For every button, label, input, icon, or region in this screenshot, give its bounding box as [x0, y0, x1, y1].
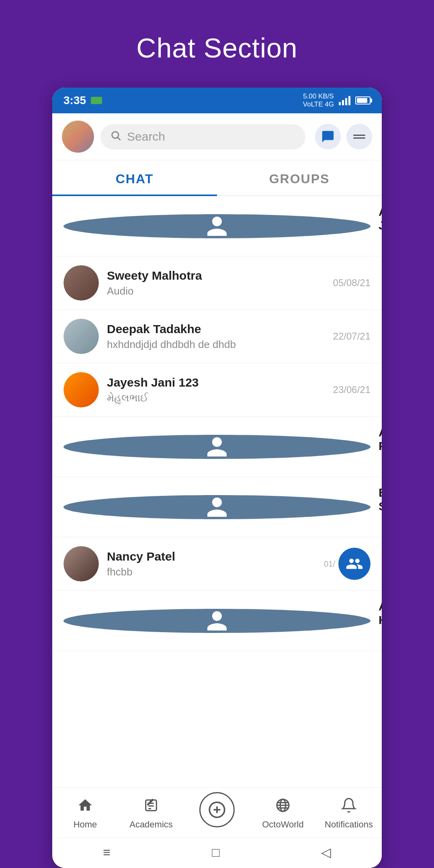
status-bar: 3:35 5.00 KB/S VoLTE 4G: [52, 88, 382, 113]
chat-avatar: [63, 372, 99, 407]
nav-academics-label: Academics: [129, 819, 173, 830]
chat-date: 22/07/21: [333, 331, 371, 342]
chat-bubble-button[interactable]: [315, 124, 341, 149]
bottom-nav: Home Academics: [52, 787, 382, 838]
phone-frame: 3:35 5.00 KB/S VoLTE 4G: [52, 88, 382, 868]
svg-point-0: [112, 131, 119, 138]
nav-home[interactable]: Home: [52, 794, 118, 833]
chat-item[interactable]: Nancy Patel fhcbb 01/: [52, 537, 382, 591]
chat-info: Sweety Malhotra Audio: [107, 269, 325, 297]
chat-avatar: [63, 214, 371, 238]
chat-date: 01/: [324, 559, 335, 569]
nav-octoworld-label: OctoWorld: [262, 819, 304, 830]
bell-icon: [341, 797, 357, 817]
signal-bars: [339, 96, 350, 105]
academics-icon: [143, 797, 159, 817]
group-fab-button[interactable]: [338, 548, 371, 580]
android-home-button[interactable]: □: [212, 845, 219, 860]
chat-item[interactable]: Arjun Kumar Image: [52, 591, 382, 651]
chat-date: 05/08/21: [333, 277, 371, 289]
chat-name: Nancy Patel: [107, 550, 316, 563]
tab-bar: CHAT GROUPS: [52, 160, 382, 196]
chat-preview: hxhdndjdjd dhdbdh de dhdb: [107, 338, 325, 351]
chat-name: Deepak Tadakhe: [107, 322, 325, 336]
chat-preview: Audio: [107, 285, 325, 297]
chat-name: Sweety Malhotra: [107, 269, 325, 283]
chat-avatar: [63, 546, 99, 581]
chat-avatar: [63, 495, 371, 519]
home-icon: [77, 797, 93, 817]
svg-line-1: [118, 137, 120, 140]
chat-avatar: [63, 265, 99, 301]
add-circle-icon[interactable]: [199, 792, 235, 827]
search-bar[interactable]: Search: [100, 124, 305, 149]
nav-add[interactable]: [184, 797, 250, 831]
tab-groups[interactable]: GROUPS: [217, 160, 382, 195]
globe-icon: [275, 797, 291, 817]
chat-avatar: [63, 435, 371, 459]
status-right: 5.00 KB/S VoLTE 4G: [303, 92, 371, 109]
chat-avatar: [63, 609, 371, 633]
user-avatar[interactable]: [62, 121, 94, 153]
search-icon: [110, 130, 121, 144]
menu-button[interactable]: [346, 124, 372, 149]
search-placeholder: Search: [127, 130, 165, 143]
battery-icon: [91, 97, 102, 104]
chat-item[interactable]: Deepak Tadakhe hxhdndjdjd dhdbdh de dhdb…: [52, 310, 382, 363]
chat-name: Jayesh Jani 123: [107, 376, 325, 389]
android-nav: ≡ □ ◁: [52, 838, 382, 868]
svg-rect-2: [353, 135, 365, 136]
chat-info: Nancy Patel fhcbb: [107, 550, 316, 578]
chat-info: Deepak Tadakhe hxhdndjdjd dhdbdh de dhdb: [107, 322, 325, 351]
chat-item[interactable]: Bharat Sinha Audio 13/06/21: [52, 477, 382, 537]
chat-preview: મેહુલભાઈ: [107, 392, 325, 404]
chat-list: Ankur Joshi Image 14/08/21 Sweety Malhot…: [52, 196, 382, 787]
status-left: 3:35: [63, 94, 102, 107]
nav-academics[interactable]: Academics: [118, 794, 184, 833]
chat-date: 23/06/21: [333, 384, 371, 395]
chat-item[interactable]: Ankit Patel Image 21/06/21: [52, 417, 382, 477]
nav-octoworld[interactable]: OctoWorld: [250, 794, 316, 833]
chat-avatar: [63, 319, 99, 354]
battery-outline: [355, 96, 371, 104]
android-menu-button[interactable]: ≡: [103, 845, 111, 860]
chat-item[interactable]: Sweety Malhotra Audio 05/08/21: [52, 256, 382, 310]
page-title: Chat Section: [136, 32, 297, 63]
header-icons: [315, 124, 372, 149]
chat-item[interactable]: Ankur Joshi Image 14/08/21: [52, 196, 382, 256]
user-avatar-image: [62, 121, 94, 153]
status-time: 3:35: [63, 94, 86, 107]
nav-home-label: Home: [74, 819, 97, 830]
nav-notifications[interactable]: Notifications: [316, 794, 382, 833]
tab-chat[interactable]: CHAT: [52, 160, 217, 195]
network-speed: 5.00 KB/S VoLTE 4G: [303, 92, 334, 109]
chat-info: Jayesh Jani 123 મેહુલભાઈ: [107, 376, 325, 404]
chat-item[interactable]: Jayesh Jani 123 મેહુલભાઈ 23/06/21: [52, 363, 382, 417]
nav-notifications-label: Notifications: [325, 819, 373, 830]
svg-rect-3: [353, 137, 365, 139]
app-header: Search: [52, 113, 382, 160]
chat-preview: fhcbb: [107, 566, 316, 578]
android-back-button[interactable]: ◁: [321, 845, 331, 860]
